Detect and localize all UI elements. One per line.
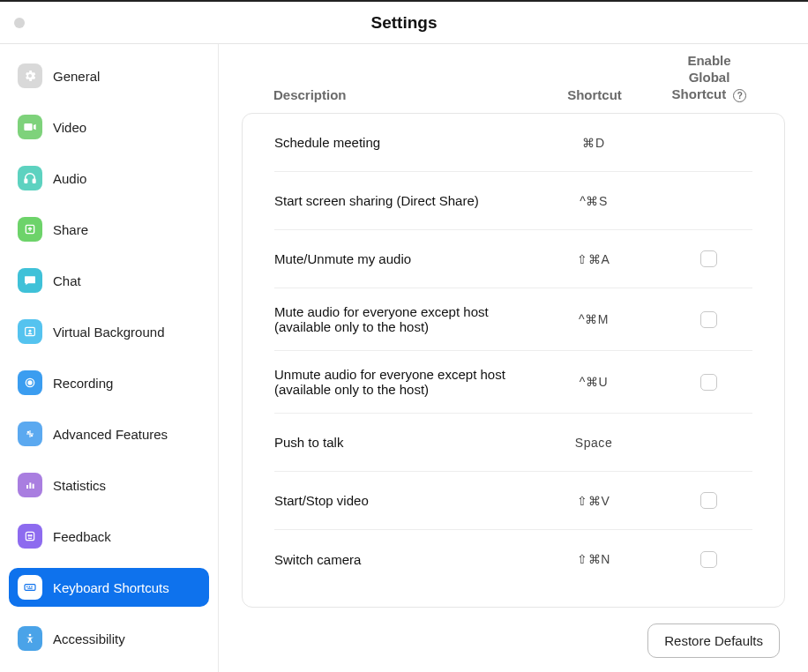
sidebar-item-label: Share xyxy=(53,222,88,237)
shortcut-row: Switch camera⇧⌘N xyxy=(274,530,752,588)
shortcut-row: Start/Stop video⇧⌘V xyxy=(274,472,752,530)
sidebar-item-label: Chat xyxy=(53,273,81,288)
shortcut-description: Mute/Unmute my audio xyxy=(274,251,523,266)
svg-rect-1 xyxy=(33,179,35,183)
shortcut-description: Unmute audio for everyone except host (a… xyxy=(274,367,523,397)
plus-circle-icon xyxy=(18,422,42,446)
sidebar-item-video[interactable]: Video xyxy=(9,108,209,146)
svg-rect-16 xyxy=(26,586,27,587)
accessibility-icon xyxy=(18,626,42,651)
global-shortcut-checkbox[interactable] xyxy=(700,374,717,391)
shortcut-key[interactable]: ^⌘M xyxy=(523,312,664,326)
svg-point-7 xyxy=(27,431,30,434)
sidebar-item-virtual-background[interactable]: Virtual Background xyxy=(9,312,209,351)
sidebar-item-label: Virtual Background xyxy=(53,325,164,340)
sidebar-item-label: General xyxy=(53,69,100,84)
shortcut-key[interactable]: ^⌘S xyxy=(523,194,664,208)
sidebar-item-advanced-features[interactable]: Advanced Features xyxy=(9,414,209,453)
sidebar-item-label: Statistics xyxy=(53,478,106,493)
gear-icon xyxy=(18,63,42,88)
shortcut-key[interactable]: ⌘D xyxy=(523,136,664,150)
shortcut-description: Schedule meeting xyxy=(274,135,523,150)
chat-bubble-icon xyxy=(18,268,42,293)
shortcut-row: Schedule meeting⌘D xyxy=(274,114,752,172)
sidebar-item-statistics[interactable]: Statistics xyxy=(9,466,209,504)
sidebar-item-label: Audio xyxy=(53,171,86,186)
svg-rect-9 xyxy=(26,485,28,489)
sidebar: General Video Audio Share Chat xyxy=(0,44,219,672)
shortcut-key[interactable]: ⇧⌘N xyxy=(523,552,664,566)
column-header-description: Description xyxy=(273,87,524,102)
titlebar: Settings xyxy=(0,2,808,44)
shortcut-row: Unmute audio for everyone except host (a… xyxy=(274,351,752,414)
sidebar-item-audio[interactable]: Audio xyxy=(9,159,209,198)
svg-rect-11 xyxy=(33,484,34,489)
sidebar-item-keyboard-shortcuts[interactable]: Keyboard Shortcuts xyxy=(9,568,209,607)
sidebar-item-chat[interactable]: Chat xyxy=(9,261,209,300)
shortcut-global-cell xyxy=(664,551,752,568)
shortcut-key[interactable]: Space xyxy=(523,436,664,450)
global-shortcut-checkbox[interactable] xyxy=(700,250,717,267)
shortcuts-panel: Schedule meeting⌘DStart screen sharing (… xyxy=(242,113,785,608)
sidebar-item-label: Feedback xyxy=(53,529,111,544)
sidebar-item-recording[interactable]: Recording xyxy=(9,363,209,402)
svg-rect-10 xyxy=(29,482,31,489)
shortcut-description: Start/Stop video xyxy=(274,493,523,508)
svg-point-20 xyxy=(29,634,32,637)
shortcut-row: Start screen sharing (Direct Share)^⌘S xyxy=(274,172,752,230)
sidebar-item-accessibility[interactable]: Accessibility xyxy=(9,619,209,658)
share-arrow-icon xyxy=(18,217,42,242)
svg-point-8 xyxy=(31,435,34,437)
bar-chart-icon xyxy=(18,473,42,497)
shortcut-key[interactable]: ^⌘U xyxy=(523,375,664,389)
keyboard-icon xyxy=(18,575,42,600)
global-shortcut-checkbox[interactable] xyxy=(700,492,717,509)
shortcut-key[interactable]: ⇧⌘A xyxy=(523,252,664,266)
shortcut-global-cell xyxy=(664,250,752,267)
content-area: Description Shortcut Enable Global Short… xyxy=(219,44,808,672)
svg-point-4 xyxy=(29,330,32,332)
shortcut-row: Mute audio for everyone except host (ava… xyxy=(274,288,752,351)
shortcut-description: Push to talk xyxy=(274,435,523,450)
svg-rect-12 xyxy=(26,532,34,540)
shortcut-key[interactable]: ⇧⌘V xyxy=(523,494,664,508)
window-title: Settings xyxy=(0,13,808,33)
svg-point-14 xyxy=(31,535,32,536)
sidebar-item-label: Accessibility xyxy=(53,631,125,646)
help-icon[interactable]: ? xyxy=(733,89,746,102)
global-shortcut-checkbox[interactable] xyxy=(700,311,717,328)
headphones-icon xyxy=(18,166,42,190)
shortcut-description: Switch camera xyxy=(274,552,523,567)
shortcuts-list: Schedule meeting⌘DStart screen sharing (… xyxy=(243,114,784,607)
shortcut-row: Push to talkSpace xyxy=(274,414,752,472)
shortcut-row: Mute/Unmute my audio⇧⌘A xyxy=(274,230,752,288)
shortcut-global-cell xyxy=(664,311,752,328)
sidebar-item-label: Advanced Features xyxy=(53,427,168,442)
svg-rect-0 xyxy=(25,179,27,183)
svg-rect-18 xyxy=(31,586,32,587)
shortcut-global-cell xyxy=(664,492,752,509)
column-header-global: Enable Global Shortcut ? xyxy=(665,53,753,102)
svg-point-13 xyxy=(28,535,29,536)
sidebar-item-label: Recording xyxy=(53,376,113,391)
global-shortcut-checkbox[interactable] xyxy=(700,551,717,568)
sidebar-item-feedback[interactable]: Feedback xyxy=(9,517,209,556)
sidebar-item-general[interactable]: General xyxy=(9,56,209,95)
shortcut-description: Mute audio for everyone except host (ava… xyxy=(274,304,523,334)
table-header: Description Shortcut Enable Global Short… xyxy=(242,44,785,113)
svg-rect-17 xyxy=(29,586,30,587)
record-icon xyxy=(18,370,42,395)
face-icon xyxy=(18,524,42,549)
column-header-shortcut: Shortcut xyxy=(524,87,665,102)
shortcut-global-cell xyxy=(664,374,752,391)
sidebar-item-share[interactable]: Share xyxy=(9,210,209,249)
sidebar-item-label: Video xyxy=(53,120,86,135)
sidebar-item-label: Keyboard Shortcuts xyxy=(53,580,169,595)
restore-defaults-button[interactable]: Restore Defaults xyxy=(647,623,780,658)
svg-rect-19 xyxy=(27,588,32,589)
shortcut-description: Start screen sharing (Direct Share) xyxy=(274,193,523,208)
person-background-icon xyxy=(18,319,42,344)
video-icon xyxy=(18,115,42,139)
svg-point-6 xyxy=(28,381,32,385)
